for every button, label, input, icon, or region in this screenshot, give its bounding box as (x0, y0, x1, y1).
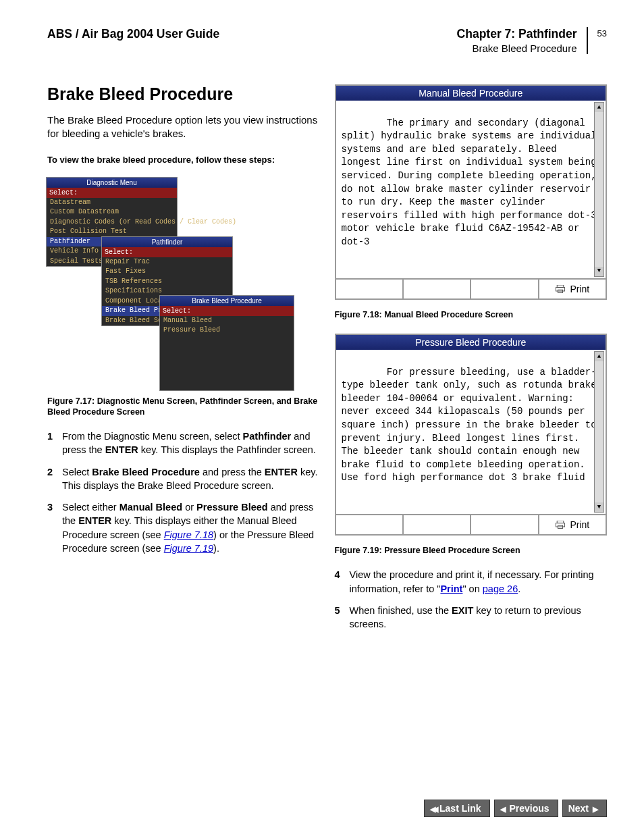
page-header: ABS / Air Bag 2004 User Guide Chapter 7:… (47, 27, 607, 54)
last-link-button[interactable]: Last Link (424, 800, 489, 817)
step-text: View the procedure and print it, if nece… (350, 568, 608, 596)
pressure-bleed-body: For pressure bleeding, use a bladder-typ… (336, 350, 606, 514)
step-number: 3 (47, 500, 62, 555)
print-button[interactable]: Print (539, 280, 606, 298)
svg-rect-4 (556, 523, 565, 527)
right-column: Manual Bleed Procedure The primary and s… (335, 84, 608, 640)
pressure-bleed-box: Pressure Bleed Procedure For pressure bl… (335, 334, 608, 536)
scrollbar[interactable]: ▲ ▼ (594, 351, 604, 513)
previous-button[interactable]: Previous (494, 800, 558, 817)
scrollbar[interactable]: ▲ ▼ (594, 102, 604, 277)
svg-rect-1 (556, 287, 565, 290)
bbp-window: Brake Bleed Procedure Select: Manual Ble… (159, 295, 294, 391)
step-number: 1 (47, 429, 62, 457)
diag-menu-title: Diagnostic Menu (47, 178, 177, 188)
chapter-block: Chapter 7: Pathfinder Brake Bleed Proced… (457, 27, 588, 54)
bbp-title: Brake Bleed Procedure (160, 296, 294, 306)
step-number: 5 (335, 604, 350, 631)
step-item: 1From the Diagnostic Menu screen, select… (47, 429, 320, 457)
chapter-sub: Brake Bleed Procedure (457, 43, 577, 54)
step-item: 2Select Brake Bleed Procedure and press … (47, 465, 320, 493)
steps-list-2: 4View the procedure and print it, if nec… (335, 568, 608, 631)
section-title: Brake Bleed Procedure (47, 84, 320, 104)
printer-icon (555, 285, 566, 293)
menu-item: Custom Datastream (47, 207, 177, 217)
diag-menu-sub: Select: (47, 188, 177, 198)
step-item: 4View the procedure and print it, if nec… (335, 568, 608, 596)
svg-rect-3 (558, 521, 564, 523)
figure-718-caption: Figure 7.18: Manual Bleed Procedure Scre… (335, 309, 608, 320)
print-button[interactable]: Print (539, 515, 606, 534)
step-number: 2 (47, 465, 62, 493)
manual-bleed-box: Manual Bleed Procedure The primary and s… (335, 84, 608, 300)
manual-bleed-footer: Print (336, 278, 606, 298)
print-link[interactable]: Print (440, 583, 462, 594)
figure-719-caption: Figure 7.19: Pressure Bleed Procedure Sc… (335, 545, 608, 556)
pathfinder-sub: Select: (102, 247, 232, 257)
manual-bleed-title: Manual Bleed Procedure (336, 86, 606, 101)
scroll-down-icon[interactable]: ▼ (595, 267, 603, 276)
page-link-26[interactable]: page 26 (483, 583, 518, 594)
scroll-up-icon[interactable]: ▲ (595, 103, 603, 112)
left-column: Brake Bleed Procedure The Brake Bleed Pr… (47, 84, 320, 640)
step-number: 4 (335, 568, 350, 596)
scroll-down-icon[interactable]: ▼ (595, 502, 603, 512)
instruct-heading: To view the brake bleed procedure, follo… (47, 155, 320, 165)
chapter-title: Chapter 7: Pathfinder (457, 27, 577, 41)
next-button[interactable]: Next (562, 800, 607, 817)
menu-item: Datastream (47, 198, 177, 208)
figure-link-718[interactable]: Figure 7.18 (164, 529, 213, 540)
step-text: When finished, use the EXIT key to retur… (350, 604, 608, 631)
pathfinder-title: Pathfinder (102, 237, 232, 247)
menu-item: Diagnostic Codes (or Read Codes / Clear … (47, 217, 177, 228)
step-item: 3Select either Manual Bleed or Pressure … (47, 500, 320, 555)
printer-icon (555, 521, 566, 529)
figure-717: Diagnostic Menu Select: DatastreamCustom… (46, 177, 296, 386)
print-label: Print (570, 284, 589, 294)
step-item: 5When finished, use the EXIT key to retu… (335, 604, 608, 631)
steps-list-1: 1From the Diagnostic Menu screen, select… (47, 429, 320, 555)
bbp-sub: Select: (160, 306, 294, 316)
menu-item: Manual Bleed (160, 316, 294, 326)
figure-717-caption: Figure 7.17: Diagnostic Menu Screen, Pat… (47, 396, 320, 418)
nav-bar: Last Link Previous Next (424, 800, 607, 817)
manual-bleed-body: The primary and secondary (diagonal spli… (336, 101, 606, 278)
manual-bleed-text: The primary and secondary (diagonal spli… (342, 118, 602, 247)
step-text: Select Brake Bleed Procedure and press t… (62, 465, 320, 493)
menu-item: TSB References (102, 277, 232, 287)
menu-item: Pressure Bleed (160, 325, 294, 336)
guide-title: ABS / Air Bag 2004 User Guide (47, 27, 457, 41)
pressure-bleed-footer: Print (336, 514, 606, 534)
intro-text: The Brake Bleed Procedure option lets yo… (47, 113, 320, 141)
pressure-bleed-text: For pressure bleeding, use a bladder-typ… (342, 367, 602, 484)
print-label: Print (570, 519, 589, 530)
svg-rect-0 (558, 285, 564, 288)
pressure-bleed-title: Pressure Bleed Procedure (336, 335, 606, 350)
scroll-up-icon[interactable]: ▲ (595, 352, 603, 361)
figure-link-719[interactable]: Figure 7.19 (164, 543, 213, 554)
step-text: From the Diagnostic Menu screen, select … (62, 429, 320, 457)
menu-item: Repair Trac (102, 257, 232, 267)
menu-item: Fast Fixes (102, 267, 232, 277)
page-number: 53 (597, 27, 607, 38)
menu-item: Post Collision Test (47, 227, 177, 237)
step-text: Select either Manual Bleed or Pressure B… (62, 500, 320, 555)
